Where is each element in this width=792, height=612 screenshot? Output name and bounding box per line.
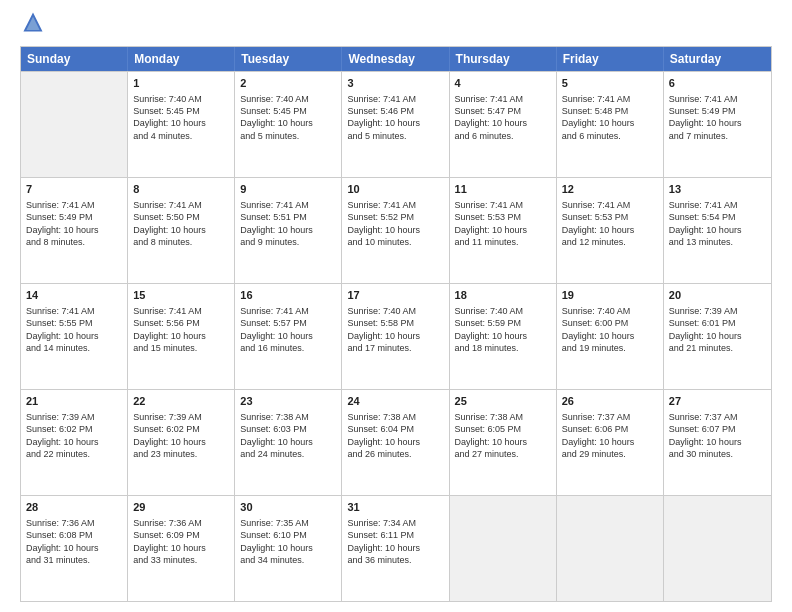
day-number: 11 [455,182,551,197]
calendar-header: SundayMondayTuesdayWednesdayThursdayFrid… [21,47,771,71]
cell-info: Sunrise: 7:36 AMSunset: 6:08 PMDaylight:… [26,517,122,567]
calendar-cell: 13Sunrise: 7:41 AMSunset: 5:54 PMDayligh… [664,178,771,283]
calendar-cell: 7Sunrise: 7:41 AMSunset: 5:49 PMDaylight… [21,178,128,283]
calendar-cell: 16Sunrise: 7:41 AMSunset: 5:57 PMDayligh… [235,284,342,389]
day-number: 17 [347,288,443,303]
cell-info: Sunrise: 7:38 AMSunset: 6:04 PMDaylight:… [347,411,443,461]
day-number: 7 [26,182,122,197]
header-day-saturday: Saturday [664,47,771,71]
calendar-body: 1Sunrise: 7:40 AMSunset: 5:45 PMDaylight… [21,71,771,601]
day-number: 13 [669,182,766,197]
cell-info: Sunrise: 7:36 AMSunset: 6:09 PMDaylight:… [133,517,229,567]
day-number: 4 [455,76,551,91]
calendar-cell: 29Sunrise: 7:36 AMSunset: 6:09 PMDayligh… [128,496,235,601]
cell-info: Sunrise: 7:41 AMSunset: 5:57 PMDaylight:… [240,305,336,355]
cell-info: Sunrise: 7:41 AMSunset: 5:53 PMDaylight:… [455,199,551,249]
day-number: 16 [240,288,336,303]
day-number: 20 [669,288,766,303]
calendar-cell: 4Sunrise: 7:41 AMSunset: 5:47 PMDaylight… [450,72,557,177]
cell-info: Sunrise: 7:41 AMSunset: 5:46 PMDaylight:… [347,93,443,143]
calendar-cell [664,496,771,601]
calendar-row-4: 21Sunrise: 7:39 AMSunset: 6:02 PMDayligh… [21,389,771,495]
calendar: SundayMondayTuesdayWednesdayThursdayFrid… [20,46,772,602]
cell-info: Sunrise: 7:39 AMSunset: 6:01 PMDaylight:… [669,305,766,355]
cell-info: Sunrise: 7:40 AMSunset: 5:58 PMDaylight:… [347,305,443,355]
header-day-tuesday: Tuesday [235,47,342,71]
cell-info: Sunrise: 7:38 AMSunset: 6:05 PMDaylight:… [455,411,551,461]
cell-info: Sunrise: 7:41 AMSunset: 5:49 PMDaylight:… [669,93,766,143]
calendar-cell: 8Sunrise: 7:41 AMSunset: 5:50 PMDaylight… [128,178,235,283]
day-number: 12 [562,182,658,197]
day-number: 28 [26,500,122,515]
day-number: 10 [347,182,443,197]
calendar-cell: 12Sunrise: 7:41 AMSunset: 5:53 PMDayligh… [557,178,664,283]
calendar-cell: 28Sunrise: 7:36 AMSunset: 6:08 PMDayligh… [21,496,128,601]
cell-info: Sunrise: 7:41 AMSunset: 5:52 PMDaylight:… [347,199,443,249]
calendar-cell [557,496,664,601]
cell-info: Sunrise: 7:41 AMSunset: 5:51 PMDaylight:… [240,199,336,249]
cell-info: Sunrise: 7:41 AMSunset: 5:49 PMDaylight:… [26,199,122,249]
cell-info: Sunrise: 7:41 AMSunset: 5:56 PMDaylight:… [133,305,229,355]
cell-info: Sunrise: 7:40 AMSunset: 5:45 PMDaylight:… [133,93,229,143]
calendar-cell: 19Sunrise: 7:40 AMSunset: 6:00 PMDayligh… [557,284,664,389]
calendar-cell: 6Sunrise: 7:41 AMSunset: 5:49 PMDaylight… [664,72,771,177]
calendar-cell: 31Sunrise: 7:34 AMSunset: 6:11 PMDayligh… [342,496,449,601]
day-number: 19 [562,288,658,303]
cell-info: Sunrise: 7:40 AMSunset: 5:45 PMDaylight:… [240,93,336,143]
cell-info: Sunrise: 7:41 AMSunset: 5:47 PMDaylight:… [455,93,551,143]
calendar-cell: 30Sunrise: 7:35 AMSunset: 6:10 PMDayligh… [235,496,342,601]
cell-info: Sunrise: 7:37 AMSunset: 6:06 PMDaylight:… [562,411,658,461]
cell-info: Sunrise: 7:37 AMSunset: 6:07 PMDaylight:… [669,411,766,461]
cell-info: Sunrise: 7:40 AMSunset: 6:00 PMDaylight:… [562,305,658,355]
cell-info: Sunrise: 7:41 AMSunset: 5:50 PMDaylight:… [133,199,229,249]
day-number: 30 [240,500,336,515]
cell-info: Sunrise: 7:41 AMSunset: 5:48 PMDaylight:… [562,93,658,143]
calendar-cell: 21Sunrise: 7:39 AMSunset: 6:02 PMDayligh… [21,390,128,495]
calendar-cell: 15Sunrise: 7:41 AMSunset: 5:56 PMDayligh… [128,284,235,389]
calendar-cell: 5Sunrise: 7:41 AMSunset: 5:48 PMDaylight… [557,72,664,177]
cell-info: Sunrise: 7:39 AMSunset: 6:02 PMDaylight:… [133,411,229,461]
cell-info: Sunrise: 7:40 AMSunset: 5:59 PMDaylight:… [455,305,551,355]
calendar-row-5: 28Sunrise: 7:36 AMSunset: 6:08 PMDayligh… [21,495,771,601]
header-day-thursday: Thursday [450,47,557,71]
cell-info: Sunrise: 7:34 AMSunset: 6:11 PMDaylight:… [347,517,443,567]
day-number: 1 [133,76,229,91]
calendar-row-2: 7Sunrise: 7:41 AMSunset: 5:49 PMDaylight… [21,177,771,283]
day-number: 31 [347,500,443,515]
calendar-page: SundayMondayTuesdayWednesdayThursdayFrid… [0,0,792,612]
calendar-cell: 10Sunrise: 7:41 AMSunset: 5:52 PMDayligh… [342,178,449,283]
day-number: 3 [347,76,443,91]
header [20,18,772,38]
day-number: 18 [455,288,551,303]
day-number: 26 [562,394,658,409]
calendar-cell: 24Sunrise: 7:38 AMSunset: 6:04 PMDayligh… [342,390,449,495]
day-number: 22 [133,394,229,409]
calendar-cell: 23Sunrise: 7:38 AMSunset: 6:03 PMDayligh… [235,390,342,495]
cell-info: Sunrise: 7:41 AMSunset: 5:53 PMDaylight:… [562,199,658,249]
calendar-cell: 3Sunrise: 7:41 AMSunset: 5:46 PMDaylight… [342,72,449,177]
day-number: 21 [26,394,122,409]
logo [20,18,44,38]
calendar-cell: 20Sunrise: 7:39 AMSunset: 6:01 PMDayligh… [664,284,771,389]
logo-icon [22,11,44,33]
day-number: 29 [133,500,229,515]
day-number: 2 [240,76,336,91]
day-number: 9 [240,182,336,197]
header-day-sunday: Sunday [21,47,128,71]
calendar-cell: 18Sunrise: 7:40 AMSunset: 5:59 PMDayligh… [450,284,557,389]
calendar-cell: 26Sunrise: 7:37 AMSunset: 6:06 PMDayligh… [557,390,664,495]
day-number: 23 [240,394,336,409]
cell-info: Sunrise: 7:41 AMSunset: 5:55 PMDaylight:… [26,305,122,355]
day-number: 27 [669,394,766,409]
header-day-friday: Friday [557,47,664,71]
cell-info: Sunrise: 7:41 AMSunset: 5:54 PMDaylight:… [669,199,766,249]
calendar-cell: 11Sunrise: 7:41 AMSunset: 5:53 PMDayligh… [450,178,557,283]
cell-info: Sunrise: 7:38 AMSunset: 6:03 PMDaylight:… [240,411,336,461]
calendar-cell: 25Sunrise: 7:38 AMSunset: 6:05 PMDayligh… [450,390,557,495]
day-number: 24 [347,394,443,409]
calendar-cell: 9Sunrise: 7:41 AMSunset: 5:51 PMDaylight… [235,178,342,283]
day-number: 8 [133,182,229,197]
day-number: 25 [455,394,551,409]
calendar-cell: 27Sunrise: 7:37 AMSunset: 6:07 PMDayligh… [664,390,771,495]
day-number: 5 [562,76,658,91]
